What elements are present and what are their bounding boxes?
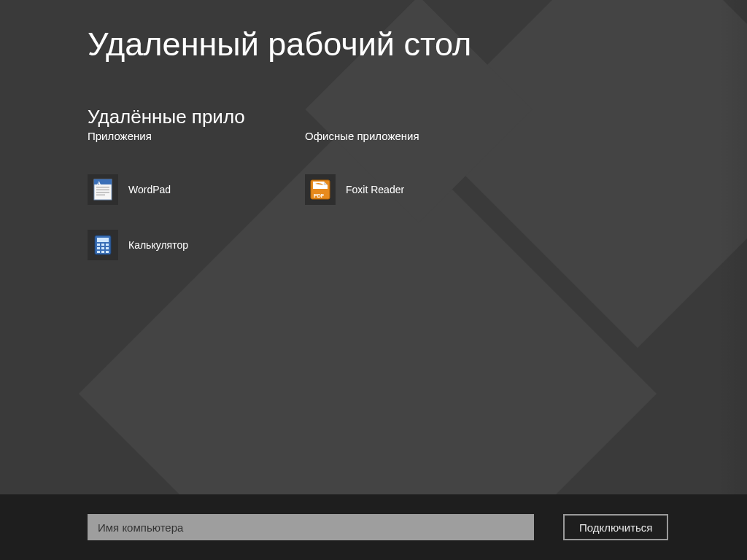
svg-rect-6 — [96, 195, 105, 196]
tile-label: Foxit Reader — [346, 184, 404, 195]
column-header-apps: Приложения — [88, 130, 279, 142]
column-office: Офисные приложения PDF Foxit Reader — [305, 130, 538, 285]
tile-label: WordPad — [128, 184, 171, 195]
tile-wordpad[interactable]: A WordPad — [88, 174, 279, 205]
svg-rect-14 — [106, 247, 109, 249]
connect-bar: Подключиться — [0, 494, 747, 560]
column-header-office: Офисные приложения — [305, 130, 538, 142]
svg-rect-10 — [101, 244, 104, 246]
connect-button[interactable]: Подключиться — [563, 514, 668, 540]
column-apps: Приложения A WordPad — [88, 130, 279, 285]
svg-rect-4 — [96, 190, 109, 191]
svg-rect-16 — [101, 251, 104, 253]
wordpad-icon: A — [88, 174, 118, 205]
tile-calculator[interactable]: Калькулятор — [88, 230, 279, 260]
section-title: Удалённые прило — [88, 106, 747, 128]
svg-rect-12 — [97, 247, 100, 249]
svg-rect-15 — [97, 251, 100, 253]
svg-rect-3 — [96, 187, 109, 188]
svg-rect-17 — [106, 251, 109, 253]
tile-foxit-reader[interactable]: PDF Foxit Reader — [305, 174, 538, 205]
svg-rect-11 — [106, 244, 109, 246]
page-title: Удаленный рабочий стол — [88, 26, 747, 63]
svg-text:A: A — [97, 180, 101, 186]
calculator-icon — [88, 230, 118, 260]
foxit-icon: PDF — [305, 174, 336, 205]
svg-rect-8 — [97, 238, 109, 242]
svg-rect-9 — [97, 244, 100, 246]
computer-name-input[interactable] — [88, 514, 534, 540]
svg-rect-5 — [96, 192, 109, 193]
svg-rect-13 — [101, 247, 104, 249]
tile-label: Калькулятор — [128, 239, 188, 251]
svg-text:PDF: PDF — [314, 193, 325, 198]
